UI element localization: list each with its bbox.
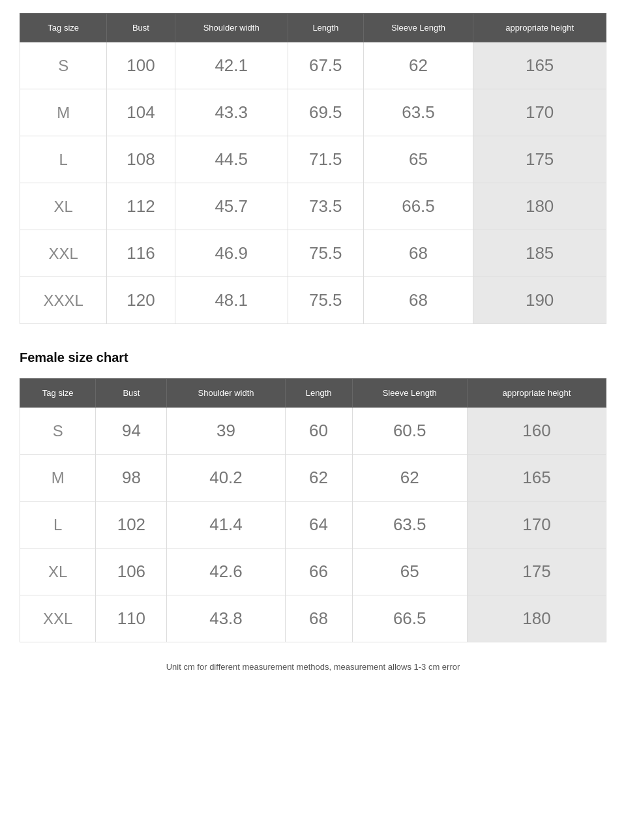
table-cell: 180: [473, 183, 606, 230]
table-cell: 98: [96, 455, 167, 502]
column-header: Sleeve Length: [363, 14, 473, 42]
column-header: Length: [288, 14, 363, 42]
female-section-title: Female size chart: [20, 350, 606, 365]
table-cell: 42.1: [175, 42, 288, 89]
female-header-row: Tag sizeBustShoulder widthLengthSleeve L…: [20, 379, 606, 408]
table-cell: 68: [285, 595, 352, 642]
table-cell: 71.5: [288, 136, 363, 183]
table-cell: 112: [107, 183, 175, 230]
table-cell: L: [20, 136, 107, 183]
table-cell: 100: [107, 42, 175, 89]
table-cell: 64: [285, 502, 352, 548]
table-cell: 108: [107, 136, 175, 183]
table-cell: S: [20, 408, 96, 455]
table-row: S94396060.5160: [20, 408, 606, 455]
column-header: Tag size: [20, 379, 96, 408]
table-cell: 66.5: [363, 183, 473, 230]
male-size-table: Tag sizeBustShoulder widthLengthSleeve L…: [20, 13, 606, 324]
male-header-row: Tag sizeBustShoulder widthLengthSleeve L…: [20, 14, 606, 42]
table-cell: 42.6: [167, 548, 285, 595]
table-cell: 185: [473, 230, 606, 277]
table-row: XL10642.66665175: [20, 548, 606, 595]
table-row: XXL11646.975.568185: [20, 230, 606, 277]
table-cell: 60: [285, 408, 352, 455]
table-cell: XL: [20, 548, 96, 595]
table-cell: 65: [352, 548, 467, 595]
column-header: Tag size: [20, 14, 107, 42]
table-cell: 66.5: [352, 595, 467, 642]
table-cell: 46.9: [175, 230, 288, 277]
male-table-body: S10042.167.562165M10443.369.563.5170L108…: [20, 42, 606, 324]
table-cell: 67.5: [288, 42, 363, 89]
column-header: Bust: [107, 14, 175, 42]
column-header: Shoulder width: [167, 379, 285, 408]
table-cell: 68: [363, 277, 473, 324]
table-cell: 165: [473, 42, 606, 89]
column-header: Bust: [96, 379, 167, 408]
table-cell: 39: [167, 408, 285, 455]
table-cell: M: [20, 455, 96, 502]
table-cell: 62: [352, 455, 467, 502]
table-cell: 73.5: [288, 183, 363, 230]
table-cell: 175: [467, 548, 606, 595]
table-cell: 165: [467, 455, 606, 502]
table-cell: 66: [285, 548, 352, 595]
table-cell: 43.3: [175, 89, 288, 136]
table-row: L10241.46463.5170: [20, 502, 606, 548]
table-cell: 180: [467, 595, 606, 642]
table-cell: 60.5: [352, 408, 467, 455]
table-cell: L: [20, 502, 96, 548]
column-header: appropriate height: [473, 14, 606, 42]
table-cell: 120: [107, 277, 175, 324]
table-cell: 48.1: [175, 277, 288, 324]
table-cell: 44.5: [175, 136, 288, 183]
table-cell: XL: [20, 183, 107, 230]
table-cell: 40.2: [167, 455, 285, 502]
column-header: Shoulder width: [175, 14, 288, 42]
table-row: XXL11043.86866.5180: [20, 595, 606, 642]
column-header: Sleeve Length: [352, 379, 467, 408]
table-cell: 160: [467, 408, 606, 455]
table-cell: 170: [473, 89, 606, 136]
table-cell: XXXL: [20, 277, 107, 324]
table-cell: 170: [467, 502, 606, 548]
table-cell: XXL: [20, 230, 107, 277]
table-cell: 75.5: [288, 230, 363, 277]
table-cell: 190: [473, 277, 606, 324]
table-row: XL11245.773.566.5180: [20, 183, 606, 230]
table-row: XXXL12048.175.568190: [20, 277, 606, 324]
column-header: Length: [285, 379, 352, 408]
table-cell: 69.5: [288, 89, 363, 136]
table-cell: 102: [96, 502, 167, 548]
female-table-body: S94396060.5160M9840.26262165L10241.46463…: [20, 408, 606, 642]
table-cell: 94: [96, 408, 167, 455]
table-cell: 43.8: [167, 595, 285, 642]
column-header: appropriate height: [467, 379, 606, 408]
table-cell: 62: [363, 42, 473, 89]
table-cell: 63.5: [363, 89, 473, 136]
table-row: S10042.167.562165: [20, 42, 606, 89]
table-cell: 65: [363, 136, 473, 183]
table-row: M10443.369.563.5170: [20, 89, 606, 136]
table-row: L10844.571.565175: [20, 136, 606, 183]
table-cell: S: [20, 42, 107, 89]
table-cell: 110: [96, 595, 167, 642]
footer-note: Unit cm for different measurement method…: [20, 662, 606, 678]
table-cell: 41.4: [167, 502, 285, 548]
table-cell: M: [20, 89, 107, 136]
table-cell: 175: [473, 136, 606, 183]
table-row: M9840.26262165: [20, 455, 606, 502]
table-cell: 104: [107, 89, 175, 136]
table-cell: 62: [285, 455, 352, 502]
table-cell: 116: [107, 230, 175, 277]
table-cell: XXL: [20, 595, 96, 642]
table-cell: 45.7: [175, 183, 288, 230]
table-cell: 68: [363, 230, 473, 277]
female-size-table: Tag sizeBustShoulder widthLengthSleeve L…: [20, 378, 606, 642]
table-cell: 106: [96, 548, 167, 595]
table-cell: 75.5: [288, 277, 363, 324]
table-cell: 63.5: [352, 502, 467, 548]
